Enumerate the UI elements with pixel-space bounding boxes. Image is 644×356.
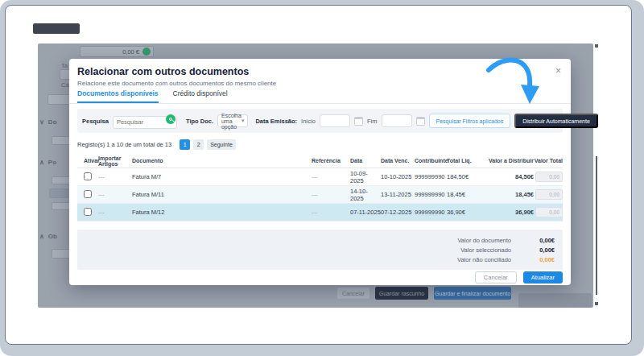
documento-cell: Fatura M/12 (132, 209, 312, 216)
background-save-draft-button: Guardar rascunho (375, 287, 428, 300)
summary-row: Valor não conciliado 0,00€ (77, 256, 555, 263)
calendar-icon[interactable] (416, 117, 425, 126)
background-green-status-icon (142, 48, 151, 56)
summary-row: Valor seleccionado 0,00€ (77, 246, 555, 254)
col-valor-a-distribuir: Valor a Distribuir (487, 158, 534, 164)
next-page-button[interactable]: Seguinte (207, 139, 236, 150)
page-scrollbar[interactable] (596, 156, 597, 295)
chevron-down-icon: ∨ (39, 118, 44, 126)
row-checkbox[interactable] (84, 208, 92, 216)
browser-frame: 0,00 € Ta Cá ∨ Do ∧ Po ∧ Ob (5, 5, 632, 345)
cancel-button[interactable]: Cancelar (475, 271, 517, 284)
tipo-doc-selected-value: Escolha uma opção (221, 113, 242, 130)
background-section-documentos: ∨ Do (39, 118, 57, 126)
background-field-label-1: Ta (61, 62, 68, 69)
background-section-observacoes: ∧ Ob (39, 233, 57, 240)
table-row[interactable]: --- Fatura M/11 --- 14-10-2025 13-11-202… (77, 186, 563, 204)
background-section-pagamentos: ∧ Po (39, 159, 56, 166)
valor-nao-conciliado-value: 0,00€ (522, 256, 555, 263)
page-button-2[interactable]: 2 (193, 139, 204, 150)
relate-documents-modal: × Relacionar com outros documentos Relac… (69, 59, 571, 285)
modal-footer: Cancelar Atualizar (475, 271, 563, 284)
col-importar-artigos: Importar Artigos (98, 155, 132, 167)
tipo-doc-select[interactable]: Escolha uma opção ▾ (217, 114, 248, 127)
valor-total-input[interactable] (535, 207, 563, 217)
documento-cell: Fatura M/7 (132, 173, 312, 180)
inicio-label: Início (301, 118, 316, 125)
tipo-doc-label: Tipo Doc. (186, 118, 213, 125)
valor-seleccionado-value: 0,00€ (522, 246, 555, 254)
scrollbar-down-arrow[interactable] (595, 302, 598, 305)
background-field-label-2: Cá (61, 81, 69, 89)
background-finalize-button: Guardar e finalizar documento (434, 287, 511, 300)
table-header-row: Ativar Importar Artigos Documento Referê… (77, 154, 563, 168)
filter-bar: Pesquisa Tipo Doc. Escolha uma opção ▾ D… (77, 109, 563, 133)
col-documento: Documento (132, 158, 312, 164)
col-ativar: Ativar (77, 158, 98, 164)
background-cancel-button: Cancelar (337, 288, 369, 299)
chevron-up-icon: ∧ (39, 233, 44, 240)
fim-label: Fim (367, 118, 378, 125)
background-dark-dropdown (33, 23, 80, 34)
page-button-1[interactable]: 1 (180, 139, 190, 150)
tab-credito-disponivel[interactable]: Crédito disponível (173, 89, 228, 103)
scrollbar-up-arrow[interactable] (595, 44, 598, 48)
documento-cell: Fatura M/11 (132, 191, 312, 198)
chevron-down-icon: ▾ (242, 118, 245, 124)
row-checkbox[interactable] (84, 190, 92, 198)
calendar-icon[interactable] (354, 117, 363, 126)
search-field-wrap (113, 113, 177, 129)
table-row[interactable]: --- Fatura M/7 --- 10-09-2025 10-10-2025… (77, 168, 563, 186)
col-valor-total: Valor Total (534, 158, 563, 164)
pagination-summary: Registo(s) 1 a 10 de um total de 13 (77, 141, 171, 148)
background-right-panel-block (518, 293, 592, 308)
totals-summary: Valor do documento 0,00€ Valor seleccion… (77, 230, 563, 270)
background-amount-value: 0,00 € (122, 48, 139, 56)
distribute-automatically-button[interactable]: Distribuir Automaticamente (514, 114, 598, 128)
col-total-liq: Total Liq. (447, 158, 487, 164)
date-end-input[interactable] (382, 114, 412, 127)
row-checkbox[interactable] (84, 172, 92, 180)
modal-subtitle: Relacione este documento com outros docu… (77, 80, 276, 87)
modal-tabs: Documentos disponíveis Crédito disponíve… (69, 89, 571, 104)
col-data: Data (350, 158, 381, 164)
background-amount-field: 0,00 € (80, 46, 154, 57)
close-icon[interactable]: × (555, 65, 561, 77)
magnifier-glyph (169, 118, 172, 121)
modal-title: Relacionar com outros documentos (77, 66, 249, 77)
col-contribuinte: Contribuinte (415, 158, 447, 164)
update-button[interactable]: Atualizar (523, 271, 563, 284)
summary-row: Valor do documento 0,00€ (77, 237, 555, 244)
search-label: Pesquisa (82, 118, 109, 125)
tab-documentos-disponiveis[interactable]: Documentos disponíveis (77, 89, 159, 103)
col-referencia: Referência (312, 158, 350, 164)
screenshot-canvas: 0,00 € Ta Cá ∨ Do ∧ Po ∧ Ob (0, 0, 644, 356)
col-data-venc: Data Venc. (381, 158, 415, 164)
chevron-up-icon: ∧ (39, 159, 44, 166)
date-start-input[interactable] (320, 114, 350, 127)
data-emissao-label: Data Emissão: (255, 118, 297, 125)
search-applied-filters-button[interactable]: Pesquisar Filtros aplicados (429, 114, 511, 128)
pagination: Registo(s) 1 a 10 de um total de 13 1 2 … (77, 139, 236, 150)
table-row-highlighted[interactable]: --- Fatura M/12 --- 07-11-2025 07-12-202… (77, 204, 563, 221)
valor-documento-value: 0,00€ (522, 237, 555, 244)
valor-total-input[interactable] (535, 189, 563, 200)
valor-total-input[interactable] (535, 172, 563, 182)
